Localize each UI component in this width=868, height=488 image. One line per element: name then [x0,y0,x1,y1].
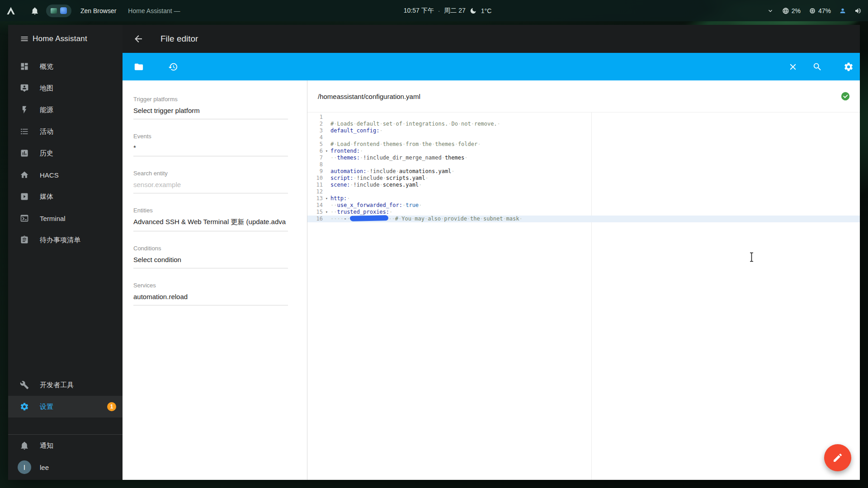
clock-separator: · [438,7,440,14]
sidebar-item-settings[interactable]: 设置1 [8,396,123,418]
tray-expand-chevron-icon[interactable] [767,7,774,14]
search-entity-input[interactable]: sensor.example [133,181,288,193]
file-editor-toolbar [123,53,860,80]
tray-bell-icon[interactable] [31,7,39,15]
whitespace-dot: · [350,182,353,188]
code-line-3[interactable]: 3default_config:· [307,127,860,134]
home-assistant-window: Home Assistant 概览地图能源活动历史HACS媒体Terminal待… [8,25,860,480]
sidebar-item-history[interactable]: 历史 [8,142,123,164]
code-editor[interactable]: 12#·Loads·default·set·of·integrations.·D… [307,113,860,480]
sidebar-item-notifications[interactable]: 通知 [8,435,123,456]
sidebar-item-terminal[interactable]: Terminal [8,207,123,229]
code-line-7[interactable]: 7··themes:·!include_dir_merge_named·them… [307,155,860,161]
app-header: File editor [123,25,860,53]
file-path-bar: /homeassistant/configuration.yaml [307,80,860,113]
sidebar-item-label: 开发者工具 [40,381,74,389]
code-line-1[interactable]: 1 [307,114,860,121]
code-line-11[interactable]: 11scene:·!include·scenes.yaml· [307,182,860,188]
edit-fab-button[interactable] [824,444,851,471]
sidebar-item-energy[interactable]: 能源 [8,99,123,121]
sidebar-toggle-icon[interactable] [20,34,29,43]
whitespace-dot: · [379,121,382,127]
sidebar-item-profile[interactable]: l lee [8,456,123,478]
saved-check-icon [840,91,850,101]
sidebar-item-hacs[interactable]: HACS [8,164,123,186]
entities-select[interactable]: Advanced SSH & Web Terminal 更新 (update.a… [133,218,288,231]
sidebar-item-todo[interactable]: 待办事项清单 [8,229,123,251]
active-app-name[interactable]: Zen Browser [80,7,116,14]
code-line-14[interactable]: 14··use_x_forwarded_for:·true· [307,202,860,209]
form-fields: Trigger platformsSelect trigger platform… [133,96,288,305]
fold-gutter [323,175,330,182]
sidebar-header: Home Assistant [8,25,123,53]
fold-gutter [323,134,330,141]
workspace-thumbnail [51,8,57,14]
sidebar-item-label: 媒体 [40,192,53,201]
trigger-platforms-select[interactable]: Select trigger platform▼ [133,107,288,119]
whitespace-dot: · [354,121,357,127]
sidebar-item-label: 能源 [40,106,53,114]
line-number: 7 [307,155,323,161]
user-tray-icon[interactable] [839,7,846,14]
sidebar-item-map[interactable]: 地图 [8,77,123,99]
sidebar: Home Assistant 概览地图能源活动历史HACS媒体Terminal待… [8,25,123,480]
fold-arrow-icon[interactable]: ▾ [323,195,330,202]
sidebar-item-label: 概览 [40,62,53,71]
code-line-4[interactable]: 4 [307,134,860,141]
clock-time: 10:57 下午 [404,7,434,15]
memory-indicator[interactable]: 47% [809,7,831,14]
clock-date: 周二 27 [444,7,465,15]
topbar-tray-section: 2% 47% [767,7,862,14]
line-number: 4 [307,134,323,141]
code-line-5[interactable]: 5#·Load·frontend·themes·from·the·themes·… [307,141,860,148]
sidebar-item-logbook[interactable]: 活动 [8,121,123,142]
distro-logo-icon[interactable] [6,6,15,15]
services-select[interactable]: automation.reload▼ [133,293,288,305]
app-title: Home Assistant [33,34,87,43]
whitespace-dot: · [334,141,337,147]
code-line-8[interactable]: 8 [307,161,860,168]
line-number: 14 [307,202,323,209]
fold-arrow-icon[interactable]: ▾ [323,209,330,216]
sidebar-item-media[interactable]: 媒体 [8,186,123,207]
whitespace-dot: · [392,121,396,127]
events-select[interactable]: *▼ [133,144,288,156]
code-line-13[interactable]: 13▾http:· [307,195,860,202]
close-file-icon[interactable] [788,62,798,72]
code-text: ··trusted_proxies:· [330,209,392,216]
whitespace-dot: · [442,155,445,161]
fold-arrow-icon[interactable]: ▾ [323,148,330,155]
whitespace-dot: · [451,168,454,174]
cpu-indicator[interactable]: 2% [782,7,801,14]
fold-gutter [323,155,330,161]
memory-usage-value: 47% [818,7,831,14]
code-lines: 12#·Loads·default·set·of·integrations.·D… [307,114,860,222]
code-line-12[interactable]: 12 [307,188,860,195]
whitespace-dot: · [354,175,357,181]
code-line-15[interactable]: 15▾··trusted_proxies:· [307,209,860,216]
back-arrow-icon[interactable] [133,33,144,44]
code-line-6[interactable]: 6▾frontend:· [307,148,860,155]
workspace-pill[interactable] [46,5,71,17]
whitespace-dot: ·· [330,202,337,208]
clipboard-text-icon [20,235,29,244]
bell-icon [20,441,29,450]
code-line-9[interactable]: 9automation:·!include·automations.yaml· [307,168,860,175]
volume-icon[interactable] [854,7,862,14]
code-line-16[interactable]: 16····-···#·You·may·also·provide·the·sub… [307,216,860,222]
history-icon[interactable] [168,62,178,72]
whitespace-dot: · [396,168,399,174]
whitespace-dot: · [379,141,382,147]
editor-settings-icon[interactable] [844,62,854,72]
clock-widget[interactable]: 10:57 下午 · 周二 27 1°C [404,7,492,15]
view-dashboard-icon [20,62,29,71]
conditions-select[interactable]: Select condition▼ [133,256,288,268]
network-globe-icon [782,7,789,14]
sidebar-item-developer-tools[interactable]: 开发者工具 [8,374,123,396]
search-icon[interactable] [812,62,822,72]
code-line-2[interactable]: 2#·Loads·default·set·of·integrations.·Do… [307,121,860,127]
sidebar-item-overview[interactable]: 概览 [8,56,123,77]
folder-browse-icon[interactable] [134,62,144,72]
whitespace-dot: · [366,168,369,174]
code-line-10[interactable]: 10script:·!include·scripts.yaml· [307,175,860,182]
